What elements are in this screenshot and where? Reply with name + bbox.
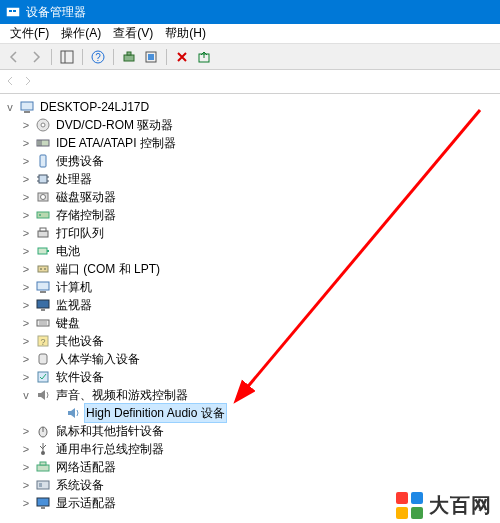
chevron-right-icon[interactable]: > [20, 476, 32, 494]
chevron-right-icon[interactable]: > [20, 224, 32, 242]
tree-category[interactable]: >监视器 [2, 296, 498, 314]
chevron-right-icon[interactable]: > [20, 206, 32, 224]
chevron-down-icon[interactable]: v [20, 386, 32, 404]
svg-rect-37 [40, 291, 46, 293]
tree-item-label: 网络适配器 [54, 458, 118, 476]
tree-device[interactable]: High Definition Audio 设备 [2, 404, 498, 422]
system-icon [35, 477, 51, 493]
tree-category[interactable]: >网络适配器 [2, 458, 498, 476]
network-icon [35, 459, 51, 475]
tree-category[interactable]: >人体学输入设备 [2, 350, 498, 368]
nav-left-icon [4, 75, 18, 89]
menu-file[interactable]: 文件(F) [4, 23, 55, 44]
svg-rect-32 [47, 250, 49, 252]
other-icon: ? [35, 333, 51, 349]
chevron-right-icon[interactable]: > [20, 278, 32, 296]
disc-icon [35, 117, 51, 133]
chevron-right-icon[interactable]: > [20, 242, 32, 260]
forward-button[interactable] [26, 47, 46, 67]
tree-item-label: 存储控制器 [54, 206, 118, 224]
svg-rect-53 [37, 465, 49, 471]
chevron-down-icon[interactable]: v [4, 98, 16, 116]
toolbar: ? [0, 44, 500, 70]
tree-item-label: 监视器 [54, 296, 94, 314]
chevron-right-icon[interactable]: > [20, 350, 32, 368]
svg-rect-36 [37, 282, 49, 290]
tree-category[interactable]: >鼠标和其他指针设备 [2, 422, 498, 440]
chevron-right-icon[interactable]: > [20, 440, 32, 458]
svg-rect-55 [37, 481, 49, 489]
svg-rect-33 [38, 266, 48, 272]
scan-hardware-button[interactable] [119, 47, 139, 67]
chevron-right-icon[interactable]: > [20, 422, 32, 440]
update-driver-button[interactable] [194, 47, 214, 67]
device-tree[interactable]: v DESKTOP-24LJ17D >DVD/CD-ROM 驱动器>IDE AT… [0, 94, 500, 516]
tree-category[interactable]: >电池 [2, 242, 498, 260]
chevron-right-icon[interactable]: > [20, 188, 32, 206]
tree-item-label: 人体学输入设备 [54, 350, 142, 368]
tree-category[interactable]: >DVD/CD-ROM 驱动器 [2, 116, 498, 134]
show-hide-tree-button[interactable] [57, 47, 77, 67]
tree-category[interactable]: >便携设备 [2, 152, 498, 170]
tree-category[interactable]: >处理器 [2, 170, 498, 188]
software-icon [35, 369, 51, 385]
tree-category[interactable]: >存储控制器 [2, 206, 498, 224]
svg-rect-20 [39, 175, 47, 183]
svg-rect-12 [21, 102, 33, 110]
tree-category[interactable]: >端口 (COM 和 LPT) [2, 260, 498, 278]
tree-category[interactable]: >键盘 [2, 314, 498, 332]
chevron-right-icon[interactable]: > [20, 368, 32, 386]
tree-item-label: 通用串行总线控制器 [54, 440, 166, 458]
chevron-right-icon[interactable]: > [20, 134, 32, 152]
titlebar: 设备管理器 [0, 0, 500, 24]
help-button[interactable]: ? [88, 47, 108, 67]
tree-category[interactable]: v声音、视频和游戏控制器 [2, 386, 498, 404]
watermark-logo: 大百网 [396, 492, 492, 519]
address-bar [0, 70, 500, 94]
svg-rect-3 [61, 51, 73, 63]
display-icon [35, 495, 51, 511]
menu-action[interactable]: 操作(A) [55, 23, 107, 44]
menu-help[interactable]: 帮助(H) [159, 23, 212, 44]
chevron-right-icon[interactable]: > [20, 116, 32, 134]
svg-rect-54 [40, 462, 46, 465]
chevron-right-icon[interactable]: > [20, 494, 32, 512]
tree-category[interactable]: >通用串行总线控制器 [2, 440, 498, 458]
chevron-right-icon[interactable]: > [20, 260, 32, 278]
tree-root[interactable]: v DESKTOP-24LJ17D [2, 98, 498, 116]
logo-icon [396, 492, 423, 519]
svg-rect-58 [41, 507, 45, 509]
tree-category[interactable]: >计算机 [2, 278, 498, 296]
uninstall-button[interactable] [172, 47, 192, 67]
chevron-right-icon[interactable]: > [20, 296, 32, 314]
tree-category[interactable]: >IDE ATA/ATAPI 控制器 [2, 134, 498, 152]
add-legacy-hardware-button[interactable] [141, 47, 161, 67]
printq-icon [35, 225, 51, 241]
svg-rect-39 [41, 309, 45, 311]
chevron-right-icon[interactable]: > [20, 152, 32, 170]
tree-category[interactable]: >打印队列 [2, 224, 498, 242]
svg-rect-56 [39, 483, 42, 487]
svg-rect-8 [127, 52, 131, 55]
tree-category[interactable]: >磁盘驱动器 [2, 188, 498, 206]
chevron-right-icon[interactable]: > [20, 314, 32, 332]
tree-category[interactable]: >软件设备 [2, 368, 498, 386]
tree-item-label: 软件设备 [54, 368, 106, 386]
cpu-icon [35, 171, 51, 187]
tree-item-label: 其他设备 [54, 332, 106, 350]
chevron-right-icon[interactable]: > [20, 170, 32, 188]
hid-icon [35, 351, 51, 367]
chevron-right-icon[interactable]: > [20, 458, 32, 476]
tree-category[interactable]: >?其他设备 [2, 332, 498, 350]
window-title: 设备管理器 [26, 4, 86, 21]
tree-item-label: 电池 [54, 242, 82, 260]
tree-item-label: IDE ATA/ATAPI 控制器 [54, 134, 178, 152]
svg-rect-19 [40, 155, 46, 167]
chevron-right-icon[interactable]: > [20, 332, 32, 350]
separator [51, 49, 52, 65]
menu-view[interactable]: 查看(V) [107, 23, 159, 44]
back-button[interactable] [4, 47, 24, 67]
tree-item-label: 系统设备 [54, 476, 106, 494]
svg-rect-10 [148, 54, 154, 60]
logo-text: 大百网 [429, 492, 492, 519]
